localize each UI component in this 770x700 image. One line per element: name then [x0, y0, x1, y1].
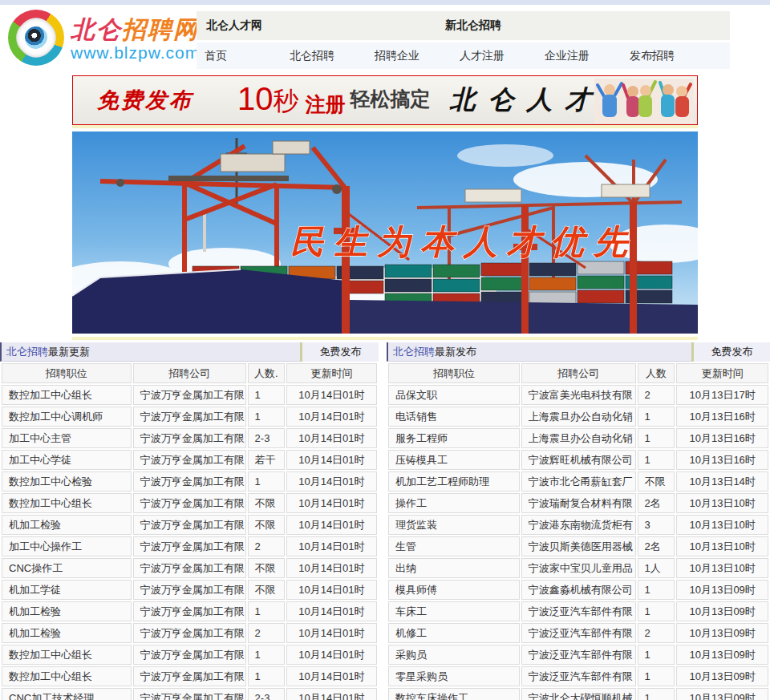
company-cell[interactable]: 宁波泛亚汽车部件有限 [521, 645, 636, 665]
banner-register: 注册 [306, 91, 346, 118]
job-title-cell[interactable]: 服务工程师 [388, 428, 520, 448]
table-row: 零星采购员宁波泛亚汽车部件有限110月13日09时 [388, 666, 768, 686]
table-row: 机加工检验宁波万亨金属加工有限210月14日01时 [2, 623, 377, 643]
job-title-cell[interactable]: 品保文职 [388, 385, 520, 405]
table-row: 机加工检验宁波万亨金属加工有限110月14日01时 [2, 601, 377, 621]
job-title-cell[interactable]: 车床工 [388, 601, 520, 621]
company-cell[interactable]: 宁波贝斯美德医用器械 [521, 536, 636, 556]
company-cell[interactable]: 宁波鑫淼机械有限公司 [521, 580, 636, 600]
table-title-link[interactable]: 北仑招聘 [393, 345, 435, 359]
job-title-cell[interactable]: 零星采购员 [388, 666, 520, 686]
job-title-cell[interactable]: 数控加工中心调机师 [2, 407, 132, 427]
job-title-cell[interactable]: 机加工学徒 [2, 580, 132, 600]
company-cell[interactable]: 宁波万亨金属加工有限 [133, 688, 246, 700]
company-cell[interactable]: 宁波万亨金属加工有限 [133, 515, 246, 535]
company-cell[interactable]: 宁波万亨金属加工有限 [133, 623, 246, 643]
job-title-cell[interactable]: 机加工艺工程师助理 [388, 471, 520, 492]
col-header-position: 招聘职位 [2, 363, 132, 383]
company-cell[interactable]: 宁波万亨金属加工有限 [133, 471, 246, 492]
update-time-cell: 10月13日16时 [676, 450, 768, 470]
headcount-cell: 1 [248, 407, 285, 427]
job-title-cell[interactable]: 数控加工中心组长 [2, 385, 132, 405]
company-cell[interactable]: 宁波万亨金属加工有限 [133, 385, 246, 405]
job-title-cell[interactable]: 生管 [388, 536, 520, 556]
table-title-link[interactable]: 北仑招聘 [6, 345, 48, 359]
headcount-cell: 2-3 [248, 688, 285, 700]
company-cell[interactable]: 宁波万亨金属加工有限 [133, 450, 246, 470]
job-title-cell[interactable]: 压铸模具工 [388, 450, 520, 470]
job-title-cell[interactable]: 理货监装 [388, 515, 520, 535]
banner-10-seconds: 10秒 [237, 81, 299, 119]
company-cell[interactable]: 宁波万亨金属加工有限 [133, 428, 246, 448]
job-title-cell[interactable]: 操作工 [388, 493, 520, 513]
site-logo[interactable]: 北仑招聘网HR www.blzpw.com [8, 10, 219, 66]
hero-slogan: 民生为本 人才优先 [290, 223, 637, 261]
company-cell[interactable]: 宁波万亨金属加工有限 [133, 645, 246, 665]
job-title-cell[interactable]: 机加工检验 [2, 601, 132, 621]
company-cell[interactable]: 宁波万亨金属加工有限 [133, 536, 246, 556]
headcount-cell: 1 [638, 601, 675, 621]
job-title-cell[interactable]: 数控加工中心检验 [2, 471, 132, 492]
update-time-cell: 10月14日01时 [286, 666, 377, 686]
nav-item[interactable]: 企业注册 [545, 49, 630, 63]
job-title-cell[interactable]: 出纳 [388, 558, 520, 578]
update-time-cell: 10月14日01时 [286, 688, 377, 700]
nav-item[interactable]: 发布招聘 [630, 49, 715, 63]
headcount-cell: 1人 [638, 558, 675, 578]
table-row: 机加工学徒宁波万亨金属加工有限不限10月14日01时 [2, 580, 377, 600]
company-cell[interactable]: 宁波家中宝贝儿童用品 [521, 558, 636, 578]
update-time-cell: 10月14日01时 [286, 515, 377, 535]
job-title-cell[interactable]: 采购员 [388, 645, 520, 665]
free-publish-button[interactable]: 免费发布 [691, 342, 770, 362]
job-title-cell[interactable]: CNC加工技术经理 [2, 688, 132, 700]
promo-banner[interactable]: 免费发布 10秒 注册 轻松搞定 北仑人才网 [72, 75, 698, 125]
job-title-cell[interactable]: 数控加工中心组长 [2, 493, 132, 513]
company-cell[interactable]: 宁波市北仑甬薪缸套厂 [521, 471, 636, 492]
company-cell[interactable]: 上海震旦办公自动化销 [521, 407, 636, 427]
headcount-cell: 1 [638, 428, 675, 448]
table-row: 理货监装宁波港东南物流货柜有310月13日10时 [388, 515, 768, 535]
nav-item[interactable]: 北仑招聘 [290, 49, 375, 63]
company-cell[interactable]: 宁波万亨金属加工有限 [133, 666, 246, 686]
company-cell[interactable]: 宁波港东南物流货柜有 [521, 515, 636, 535]
job-title-cell[interactable]: 电话销售 [388, 407, 520, 427]
update-time-cell: 10月13日09时 [676, 688, 768, 700]
table-title-bar: 北仑招聘 最新更新 免费发布 [0, 342, 379, 362]
company-cell[interactable]: 宁波辉旺机械有限公司 [521, 450, 636, 470]
company-cell[interactable]: 宁波万亨金属加工有限 [133, 493, 246, 513]
nav-item[interactable]: 人才注册 [460, 49, 545, 63]
job-title-cell[interactable]: 模具师傅 [388, 580, 520, 600]
table-row: 数控车床操作工宁波北仑大碶恒顺机械110月13日09时 [388, 688, 768, 700]
free-publish-button[interactable]: 免费发布 [300, 342, 379, 362]
company-cell[interactable]: 宁波泛亚汽车部件有限 [521, 666, 636, 686]
update-time-cell: 10月14日01时 [286, 536, 377, 556]
nav-item[interactable]: 首页 [205, 49, 290, 63]
headcount-cell: 不限 [638, 471, 675, 492]
company-cell[interactable]: 宁波万亨金属加工有限 [133, 601, 246, 621]
job-title-cell[interactable]: 数控加工中心组长 [2, 666, 132, 686]
job-title-cell[interactable]: 数控加工中心组长 [2, 645, 132, 665]
company-cell[interactable]: 宁波泛亚汽车部件有限 [521, 601, 636, 621]
company-cell[interactable]: 宁波瑞耐复合材料有限 [521, 493, 636, 513]
job-title-cell[interactable]: 机加工检验 [2, 515, 132, 535]
job-title-cell[interactable]: CNC操作工 [2, 558, 132, 578]
company-cell[interactable]: 宁波万亨金属加工有限 [133, 580, 246, 600]
job-title-cell[interactable]: 加工中心学徒 [2, 450, 132, 470]
company-cell[interactable]: 宁波万亨金属加工有限 [133, 558, 246, 578]
hero-port-photo: 民生为本 人才优先 [72, 132, 698, 334]
headcount-cell: 2 [638, 623, 675, 643]
company-cell[interactable]: 上海震旦办公自动化销 [521, 428, 636, 448]
company-cell[interactable]: 宁波万亨金属加工有限 [133, 407, 246, 427]
job-title-cell[interactable]: 机修工 [388, 623, 520, 643]
update-time-cell: 10月14日01时 [286, 407, 377, 427]
job-title-cell[interactable]: 数控车床操作工 [388, 688, 520, 700]
job-title-cell[interactable]: 加工中心操作工 [2, 536, 132, 556]
table-row: 加工中心学徒宁波万亨金属加工有限若干10月14日01时 [2, 450, 377, 470]
nav-item[interactable]: 招聘企业 [375, 49, 460, 63]
company-cell[interactable]: 宁波北仑大碶恒顺机械 [521, 688, 636, 700]
company-cell[interactable]: 宁波泛亚汽车部件有限 [521, 623, 636, 643]
headcount-cell: 不限 [248, 580, 285, 600]
job-title-cell[interactable]: 机加工检验 [2, 623, 132, 643]
job-title-cell[interactable]: 加工中心主管 [2, 428, 132, 448]
company-cell[interactable]: 宁波富美光电科技有限 [521, 385, 636, 405]
